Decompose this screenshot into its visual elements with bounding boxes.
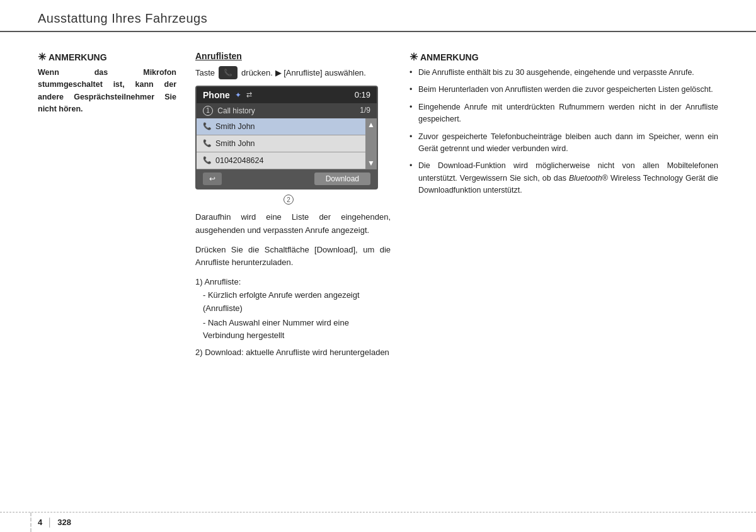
section-title: Anruflisten: [195, 51, 391, 61]
phone-header-left: Phone ✦ ⇄: [203, 90, 252, 100]
arrows-icon: ⇄: [246, 91, 252, 99]
call-history-label: 1 Call history: [203, 106, 255, 116]
sub-item-2: - Nach Auswahl einer Nummer wird eine Ve…: [203, 317, 391, 343]
body-text-1: Daraufhin wird eine Liste der eingehende…: [195, 211, 391, 237]
list-item[interactable]: 📞 01042048624: [197, 152, 365, 169]
phone-time: 0:19: [355, 90, 370, 99]
left-note-body: Wenn das Mikrofon stummgeschaltet ist, k…: [38, 67, 176, 116]
num-2: 2) Download: aktuelle Anrufliste wird he…: [195, 348, 389, 357]
call-icon-2: 📞: [203, 139, 212, 147]
phone-list-items: 📞 Smith John 📞 Smith John 📞 01042048624: [197, 118, 365, 169]
numbered-list: 1) Anrufliste: - Kürzlich erfolgte Anruf…: [195, 276, 391, 359]
contact-name-1: Smith John: [215, 122, 255, 131]
scroll-down-icon[interactable]: ▼: [367, 159, 375, 167]
right-note-block: ✳ ANMERKUNG Die Anrufliste enthält bis z…: [410, 51, 718, 196]
num-1: 1) Anrufliste:: [195, 277, 241, 286]
bullet-item-2: Beim Herunterladen von Anruflisten werde…: [410, 84, 718, 96]
left-note-title: ✳ ANMERKUNG: [38, 51, 176, 63]
annotation-2-area: 2: [284, 195, 391, 205]
download-button[interactable]: Download: [314, 173, 370, 185]
call-history-text: Call history: [217, 106, 255, 115]
page-title: Ausstattung Ihres Fahrzeugs: [38, 11, 718, 26]
call-icon-1: 📞: [203, 122, 212, 130]
bullet-item-4: Zuvor gespeicherte Telefonbucheinträge b…: [410, 131, 718, 156]
call-icon-3: 📞: [203, 156, 212, 164]
bluetooth-icon: ✦: [235, 91, 241, 99]
phone-button-icon: 📞: [219, 66, 238, 79]
call-history-page: 1/9: [360, 106, 370, 116]
sub-list-1: - Kürzlich erfolgte Anrufe werden angeze…: [203, 289, 391, 342]
list-item[interactable]: 📞 Smith John: [197, 118, 365, 135]
phone-title: Phone: [203, 90, 230, 100]
circle-number-1: 1: [203, 106, 213, 116]
intro-text: Taste 📞 drücken. ▶ [Anrufliste] auswähle…: [195, 66, 391, 79]
footer-page-number-2: 328: [57, 518, 71, 527]
phone-header-bar: Phone ✦ ⇄ 0:19: [197, 87, 377, 103]
right-note-asterisk: ✳: [410, 51, 418, 63]
bullet-item-1: Die Anrufliste enthält bis zu 30 ausgehe…: [410, 67, 718, 79]
call-history-row: 1 Call history 1/9: [197, 103, 377, 118]
page-footer: 4 │ 328: [0, 512, 756, 532]
col-right: ✳ ANMERKUNG Die Anrufliste enthält bis z…: [410, 51, 718, 476]
content-area: ✳ ANMERKUNG Wenn das Mikrofon stummgesch…: [0, 32, 756, 489]
circle-number-2: 2: [284, 195, 294, 205]
phone-footer-bar: ↩ Download: [197, 169, 377, 188]
right-note-heading: ANMERKUNG: [420, 52, 479, 62]
sub-item-1: - Kürzlich erfolgte Anrufe werden angeze…: [203, 289, 391, 315]
num-list-item-1: 1) Anrufliste: - Kürzlich erfolgte Anruf…: [195, 276, 391, 342]
phone-list-wrapper: 📞 Smith John 📞 Smith John 📞 01042048624 …: [197, 118, 377, 169]
bullet-item-3: Eingehende Anrufe mit unterdrückten Rufn…: [410, 101, 718, 126]
left-note-asterisk: ✳: [38, 51, 46, 63]
phone-scrollbar[interactable]: ▲ ▼: [365, 118, 377, 169]
body-text-2: Drücken Sie die Schaltfläche [Download],…: [195, 244, 391, 270]
scroll-up-icon[interactable]: ▲: [367, 120, 375, 129]
page-header: Ausstattung Ihres Fahrzeugs: [0, 0, 756, 32]
contact-name-2: Smith John: [215, 139, 255, 148]
back-button[interactable]: ↩: [203, 173, 222, 185]
intro-part1: Taste: [195, 67, 215, 79]
right-note-title: ✳ ANMERKUNG: [410, 51, 718, 63]
intro-part2: drücken. ▶ [Anrufliste] auswählen.: [241, 67, 366, 79]
footer-left-border: [30, 512, 32, 532]
left-note-block: ✳ ANMERKUNG Wenn das Mikrofon stummgesch…: [38, 51, 176, 116]
footer-page-number: 4: [38, 518, 42, 527]
footer-separator: │: [47, 518, 52, 527]
phone-handset-icon: 📞: [224, 67, 232, 78]
list-item[interactable]: 📞 Smith John: [197, 135, 365, 152]
bullet-item-5: Die Download-Funktion wird möglicherweis…: [410, 160, 718, 196]
phone-ui-mockup: Phone ✦ ⇄ 0:19 1 Call history 1/9 📞: [195, 86, 378, 190]
col-left: ✳ ANMERKUNG Wenn das Mikrofon stummgesch…: [38, 51, 176, 476]
num-list-item-2: 2) Download: aktuelle Anrufliste wird he…: [195, 346, 391, 359]
contact-number-1: 01042048624: [215, 156, 263, 165]
col-mid: Anruflisten Taste 📞 drücken. ▶ [Anruflis…: [195, 51, 391, 476]
right-note-bullets: Die Anrufliste enthält bis zu 30 ausgehe…: [410, 67, 718, 196]
left-note-heading: ANMERKUNG: [49, 52, 107, 62]
